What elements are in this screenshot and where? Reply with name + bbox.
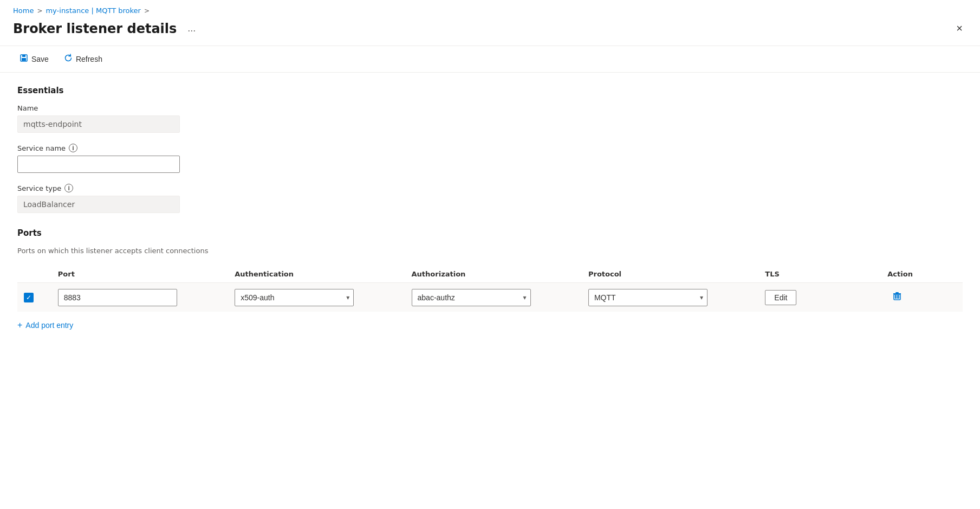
- protocol-select[interactable]: MQTT MQTTS: [588, 289, 708, 306]
- th-authorization: Authorization: [405, 266, 582, 283]
- authentication-select[interactable]: x509-auth None: [235, 289, 354, 306]
- delete-row-button[interactable]: [887, 288, 907, 306]
- ports-subtitle: Ports on which this listener accepts cli…: [17, 247, 963, 255]
- authorization-dropdown-wrapper: abac-authz None ▾: [412, 289, 531, 306]
- ports-section: Ports Ports on which this listener accep…: [17, 228, 963, 334]
- row-authz-cell: abac-authz None ▾: [405, 283, 582, 312]
- th-protocol: Protocol: [582, 266, 758, 283]
- trash-icon: [892, 291, 903, 301]
- row-checkbox[interactable]: [24, 293, 34, 302]
- authorization-select[interactable]: abac-authz None: [412, 289, 531, 306]
- save-icon: [20, 54, 28, 65]
- th-checkbox: [17, 266, 51, 283]
- breadcrumb-sep1: >: [37, 7, 42, 15]
- ports-table-body: x509-auth None ▾ abac-authz None: [17, 283, 963, 312]
- th-action: Action: [881, 266, 963, 283]
- add-port-button[interactable]: + Add port entry: [17, 316, 73, 334]
- service-name-input[interactable]: [17, 156, 180, 173]
- panel-header: Broker listener details ... ×: [0, 18, 980, 46]
- refresh-button[interactable]: Refresh: [57, 50, 109, 68]
- page-title: Broker listener details: [13, 21, 177, 36]
- add-port-label: Add port entry: [25, 321, 73, 330]
- service-type-value: LoadBalancer: [17, 196, 180, 213]
- service-name-info-icon: i: [69, 144, 77, 152]
- authentication-dropdown-wrapper: x509-auth None ▾: [235, 289, 354, 306]
- breadcrumb: Home > my-instance | MQTT broker >: [0, 0, 980, 18]
- th-port: Port: [51, 266, 228, 283]
- content-area: Essentials Name mqtts-endpoint Service n…: [0, 73, 980, 347]
- name-value: mqtts-endpoint: [17, 115, 180, 133]
- protocol-dropdown-wrapper: MQTT MQTTS ▾: [588, 289, 708, 306]
- add-plus-icon: +: [17, 320, 22, 330]
- name-label: Name: [17, 104, 963, 112]
- row-tls-cell: Edit: [758, 283, 881, 312]
- refresh-icon: [64, 54, 73, 65]
- ellipsis-button[interactable]: ...: [183, 21, 200, 36]
- th-authentication: Authentication: [228, 266, 405, 283]
- ports-section-title: Ports: [17, 228, 963, 238]
- ports-table-header-row: Port Authentication Authorization Protoc…: [17, 266, 963, 283]
- svg-rect-4: [897, 295, 898, 299]
- refresh-label: Refresh: [76, 55, 102, 63]
- row-auth-cell: x509-auth None ▾: [228, 283, 405, 312]
- row-protocol-cell: MQTT MQTTS ▾: [582, 283, 758, 312]
- svg-rect-7: [895, 292, 899, 293]
- tls-edit-button[interactable]: Edit: [765, 290, 796, 305]
- breadcrumb-instance[interactable]: my-instance | MQTT broker: [46, 7, 140, 15]
- table-row: x509-auth None ▾ abac-authz None: [17, 283, 963, 312]
- svg-rect-1: [22, 55, 25, 57]
- toolbar: Save Refresh: [0, 46, 980, 73]
- panel-title-group: Broker listener details ...: [13, 21, 200, 36]
- service-type-label: Service type i: [17, 184, 963, 192]
- breadcrumb-sep2: >: [144, 7, 150, 15]
- ports-table: Port Authentication Authorization Protoc…: [17, 266, 963, 312]
- row-port-cell: [51, 283, 228, 312]
- svg-rect-5: [898, 295, 899, 299]
- name-field-group: Name mqtts-endpoint: [17, 104, 963, 133]
- service-type-field-group: Service type i LoadBalancer: [17, 184, 963, 213]
- service-name-label: Service name i: [17, 144, 963, 152]
- service-name-field-group: Service name i: [17, 144, 963, 173]
- row-checkbox-cell: [17, 283, 51, 312]
- breadcrumb-home[interactable]: Home: [13, 7, 34, 15]
- essentials-section-title: Essentials: [17, 86, 963, 95]
- th-tls: TLS: [758, 266, 881, 283]
- close-button[interactable]: ×: [952, 20, 967, 37]
- save-label: Save: [31, 55, 49, 63]
- save-button[interactable]: Save: [13, 50, 55, 68]
- svg-rect-3: [895, 295, 896, 299]
- svg-rect-2: [22, 58, 26, 61]
- port-input[interactable]: [58, 289, 177, 306]
- broker-listener-panel: Home > my-instance | MQTT broker > Broke…: [0, 0, 980, 509]
- service-type-info-icon: i: [64, 184, 73, 192]
- ports-table-head: Port Authentication Authorization Protoc…: [17, 266, 963, 283]
- row-action-cell: [881, 283, 963, 312]
